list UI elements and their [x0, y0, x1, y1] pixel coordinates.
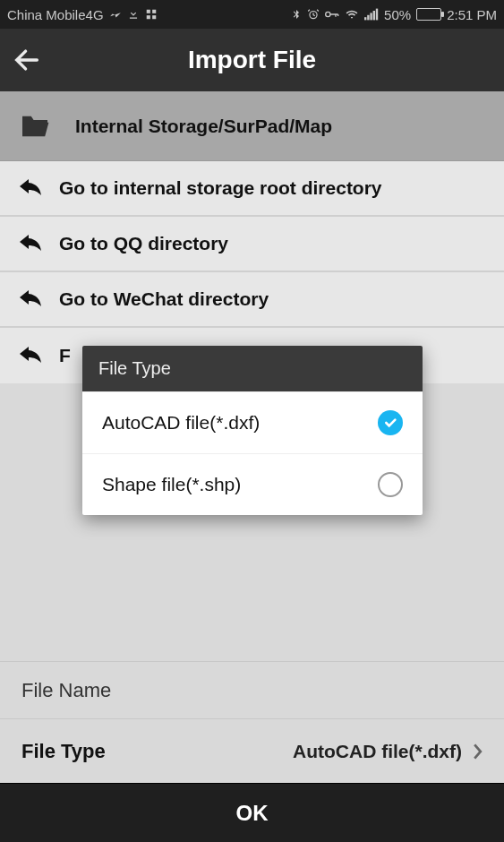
option-label: Shape file(*.shp): [102, 474, 241, 495]
radio-checked-icon: [378, 410, 403, 435]
option-dxf[interactable]: AutoCAD file(*.dxf): [82, 391, 423, 453]
dialog-title: File Type: [82, 346, 423, 391]
option-label: AutoCAD file(*.dxf): [102, 412, 260, 434]
radio-empty-icon: [378, 472, 403, 497]
file-type-dialog: File Type AutoCAD file(*.dxf) Shape file…: [82, 346, 423, 515]
screen: China Mobile4G: [0, 0, 504, 842]
option-shp[interactable]: Shape file(*.shp): [82, 453, 423, 515]
modal-overlay[interactable]: File Type AutoCAD file(*.dxf) Shape file…: [0, 0, 504, 842]
